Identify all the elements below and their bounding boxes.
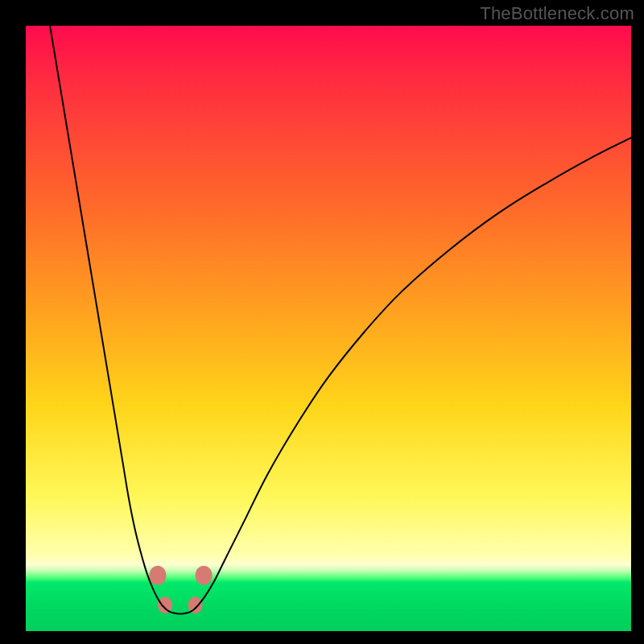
curve-marker-3 bbox=[196, 566, 213, 585]
canvas: TheBottleneck.com bbox=[0, 0, 644, 644]
markers-group bbox=[149, 566, 212, 613]
curve-marker-0 bbox=[149, 566, 166, 585]
watermark-text: TheBottleneck.com bbox=[480, 3, 634, 24]
bottleneck-curve bbox=[50, 26, 631, 613]
plot-area bbox=[26, 26, 631, 631]
curve-layer bbox=[26, 26, 631, 631]
